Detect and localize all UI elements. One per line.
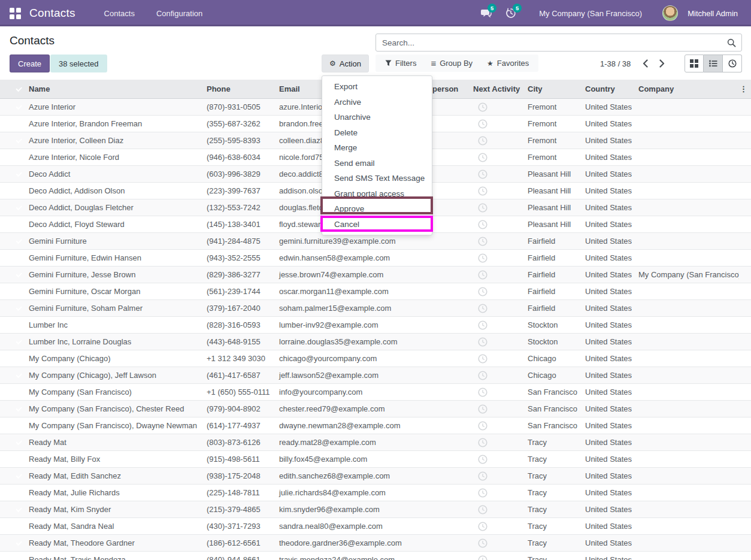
search-icon[interactable] (727, 38, 736, 47)
search-options-bar: Filters ≡ Group By ★ Favorites (376, 55, 538, 72)
table-row[interactable]: Lumber Inc, Lorraine Douglas (443)-648-9… (0, 334, 751, 350)
action-menu-item-cancel[interactable]: Cancel (322, 217, 432, 232)
list-view-button[interactable] (704, 55, 723, 72)
column-header-name[interactable]: Name (24, 84, 202, 93)
schedule-activity-clock-icon[interactable] (478, 505, 518, 514)
activities-button[interactable]: 5 (501, 4, 521, 22)
schedule-activity-clock-icon[interactable] (478, 203, 518, 213)
table-row[interactable]: Ready Mat, Julie Richards (225)-148-7811… (0, 485, 751, 501)
schedule-activity-clock-icon[interactable] (478, 388, 518, 397)
search-input[interactable] (376, 34, 741, 51)
table-row[interactable]: My Company (San Francisco) +1 (650) 555-… (0, 384, 751, 401)
table-row[interactable]: Gemini Furniture, Oscar Morgan (561)-239… (0, 283, 751, 300)
cell-company: My Company (San Francisco) (634, 270, 739, 279)
schedule-activity-clock-icon[interactable] (478, 421, 518, 431)
table-row[interactable]: Ready Mat, Kim Snyder (215)-379-4865 kim… (0, 501, 751, 518)
schedule-activity-clock-icon[interactable] (478, 354, 518, 364)
column-header-next-activity[interactable]: Next Activity (468, 84, 523, 93)
schedule-activity-clock-icon[interactable] (478, 186, 518, 196)
cell-name: Ready Mat, Kim Snyder (24, 505, 202, 514)
app-brand[interactable]: Contacts (29, 7, 75, 20)
user-menu[interactable]: Mitchell Admin (683, 9, 744, 18)
cell-next-activity (468, 253, 523, 263)
schedule-activity-clock-icon[interactable] (478, 119, 518, 129)
kanban-view-button[interactable] (685, 55, 704, 72)
schedule-activity-clock-icon[interactable] (478, 153, 518, 162)
table-row[interactable]: Ready Mat, Sandra Neal (430)-371-7293 sa… (0, 518, 751, 535)
cell-name: Gemini Furniture, Oscar Morgan (24, 287, 202, 296)
schedule-activity-clock-icon[interactable] (478, 253, 518, 263)
nav-menu-contacts[interactable]: Contacts (96, 5, 143, 22)
table-row[interactable]: Ready Mat (803)-873-6126 ready.mat28@exa… (0, 434, 751, 451)
schedule-activity-clock-icon[interactable] (478, 538, 518, 548)
table-row[interactable]: My Company (San Francisco), Chester Reed… (0, 401, 751, 417)
column-header-country[interactable]: Country (580, 84, 634, 93)
cell-phone: (941)-284-4875 (202, 237, 274, 246)
create-button[interactable]: Create (10, 55, 50, 72)
table-row[interactable]: Ready Mat, Edith Sanchez (938)-175-2048 … (0, 468, 751, 485)
action-menu-item-unarchive[interactable]: Unarchive (322, 110, 432, 125)
pager-next-icon[interactable] (655, 56, 669, 71)
schedule-activity-clock-icon[interactable] (478, 287, 518, 296)
table-row[interactable]: Gemini Furniture (941)-284-4875 gemini.f… (0, 233, 751, 250)
user-avatar[interactable] (662, 5, 678, 21)
messages-button[interactable]: 5 (476, 4, 496, 22)
cell-name: Azure Interior, Colleen Diaz (24, 136, 202, 145)
action-menu-item-send-sms-text-message[interactable]: Send SMS Text Message (322, 171, 432, 186)
column-header-company[interactable]: Company (634, 84, 739, 93)
action-button[interactable]: ⚙ Action (322, 55, 369, 72)
column-header-phone[interactable]: Phone (202, 84, 274, 93)
activity-view-button[interactable] (723, 55, 742, 72)
action-menu-item-delete[interactable]: Delete (322, 125, 432, 141)
filter-funnel-icon (385, 60, 392, 66)
cell-next-activity (468, 186, 523, 196)
table-row[interactable]: My Company (Chicago) +1 312 349 3030 chi… (0, 350, 751, 367)
table-row[interactable]: My Company (San Francisco), Dwayne Newma… (0, 417, 751, 434)
apps-menu-icon[interactable] (10, 8, 21, 19)
favorites-button[interactable]: ★ Favorites (480, 55, 536, 72)
schedule-activity-clock-icon[interactable] (478, 404, 518, 414)
pager-previous-icon[interactable] (638, 56, 652, 71)
schedule-activity-clock-icon[interactable] (478, 455, 518, 464)
action-menu-item-export[interactable]: Export (322, 79, 432, 95)
schedule-activity-clock-icon[interactable] (478, 488, 518, 498)
schedule-activity-clock-icon[interactable] (478, 270, 518, 280)
schedule-activity-clock-icon[interactable] (478, 102, 518, 112)
company-switcher[interactable]: My Company (San Francisco) (526, 9, 658, 18)
schedule-activity-clock-icon[interactable] (478, 237, 518, 246)
schedule-activity-clock-icon[interactable] (478, 220, 518, 229)
nav-menu-configuration[interactable]: Configuration (148, 5, 211, 22)
schedule-activity-clock-icon[interactable] (478, 304, 518, 313)
table-row[interactable]: Lumber Inc (828)-316-0593 lumber-inv92@e… (0, 317, 751, 334)
cell-phone: (829)-386-3277 (202, 270, 274, 279)
table-row[interactable]: Ready Mat, Billy Fox (915)-498-5611 bill… (0, 451, 751, 468)
schedule-activity-clock-icon[interactable] (478, 337, 518, 347)
cell-next-activity (468, 119, 523, 129)
schedule-activity-clock-icon[interactable] (478, 471, 518, 481)
table-row[interactable]: Ready Mat, Travis Mendoza (840)-944-8661… (0, 552, 751, 560)
action-menu-item-approve[interactable]: Approve (322, 201, 432, 217)
groupby-button[interactable]: ≡ Group By (423, 55, 480, 72)
schedule-activity-clock-icon[interactable] (478, 555, 518, 560)
table-row[interactable]: Ready Mat, Theodore Gardner (186)-612-65… (0, 535, 751, 552)
top-navbar: Contacts Contacts Configuration 5 5 My C… (0, 0, 751, 26)
table-row[interactable]: Gemini Furniture, Soham Palmer (379)-167… (0, 300, 751, 317)
table-row[interactable]: My Company (Chicago), Jeff Lawson (461)-… (0, 367, 751, 384)
action-menu-item-grant-portal-access[interactable]: Grant portal access (322, 186, 432, 202)
filters-button[interactable]: Filters (378, 55, 423, 72)
schedule-activity-clock-icon[interactable] (478, 169, 518, 179)
action-menu-item-merge[interactable]: Merge (322, 140, 432, 156)
selected-count-badge[interactable]: 38 selected (50, 55, 107, 72)
optional-columns-icon[interactable]: ⋮ (739, 84, 751, 93)
schedule-activity-clock-icon[interactable] (478, 522, 518, 531)
action-menu-item-archive[interactable]: Archive (322, 95, 432, 110)
schedule-activity-clock-icon[interactable] (478, 438, 518, 447)
schedule-activity-clock-icon[interactable] (478, 136, 518, 146)
table-row[interactable]: Gemini Furniture, Edwin Hansen (943)-352… (0, 250, 751, 267)
table-row[interactable]: Gemini Furniture, Jesse Brown (829)-386-… (0, 267, 751, 283)
cell-country: United States (580, 136, 634, 145)
column-header-city[interactable]: City (523, 84, 580, 93)
action-menu-item-send-email[interactable]: Send email (322, 156, 432, 171)
schedule-activity-clock-icon[interactable] (478, 320, 518, 330)
schedule-activity-clock-icon[interactable] (478, 371, 518, 380)
